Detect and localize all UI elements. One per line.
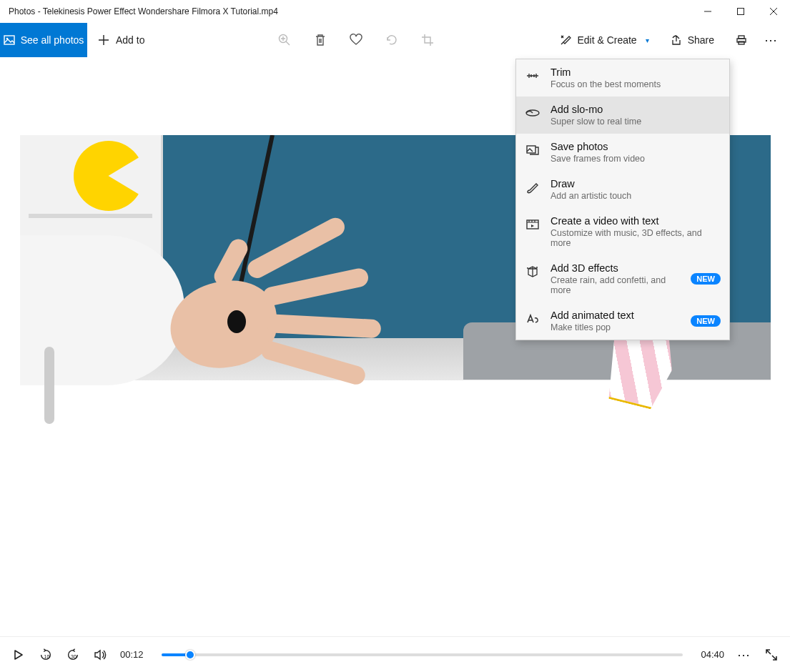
- menu-title: Save photos: [550, 141, 721, 152]
- edit-create-button[interactable]: Edit & Create ▾: [556, 34, 653, 46]
- playback-bar: 10 30 00:12 04:40 ⋯: [0, 636, 790, 672]
- decor-hand: [142, 239, 385, 389]
- video-text-icon: [525, 217, 540, 232]
- window-controls: [691, 0, 790, 23]
- toolbar-right: Edit & Create ▾ Share ⋯: [556, 32, 790, 48]
- close-button[interactable]: [757, 0, 790, 23]
- share-icon: [671, 34, 682, 46]
- time-current: 00:12: [120, 649, 149, 660]
- print-icon: [736, 34, 747, 46]
- menu-title: Add slo-mo: [550, 104, 721, 115]
- svg-point-11: [527, 267, 528, 269]
- svg-rect-8: [527, 146, 535, 153]
- menu-title: Draw: [550, 178, 721, 189]
- skip-forward-button[interactable]: 30: [66, 648, 80, 662]
- menu-title: Create a video with text: [550, 215, 721, 227]
- menu-item-slomo[interactable]: Add slo-mo Super slow to real time: [516, 97, 729, 134]
- toolbar-center-icons: [267, 33, 445, 47]
- see-all-label: See all photos: [21, 34, 84, 46]
- minimize-button[interactable]: [691, 0, 724, 23]
- menu-item-save-photos[interactable]: Save photos Save frames from video: [516, 134, 729, 171]
- menu-item-3d-effects[interactable]: Add 3D effects Create rain, add confetti…: [516, 255, 729, 302]
- plus-icon: [99, 35, 109, 45]
- zoom-icon[interactable]: [277, 33, 292, 47]
- skip-back-label: 10: [44, 654, 50, 659]
- animated-text-icon: [525, 311, 540, 327]
- play-button[interactable]: [11, 648, 26, 662]
- seek-thumb[interactable]: [185, 650, 195, 660]
- share-label: Share: [688, 34, 714, 46]
- rotate-icon[interactable]: [385, 33, 399, 47]
- save-photos-icon: [525, 142, 540, 158]
- delete-icon[interactable]: [313, 33, 327, 47]
- menu-sub: Make titles pop: [550, 322, 681, 332]
- edit-create-menu: Trim Focus on the best moments Add slo-m…: [515, 59, 730, 340]
- menu-title: Add animated text: [550, 310, 681, 321]
- menu-sub: Focus on the best moments: [550, 79, 721, 89]
- edit-create-label: Edit & Create: [577, 34, 636, 46]
- svg-rect-0: [738, 9, 744, 15]
- menu-sub: Customize with music, 3D effects, and mo…: [550, 228, 721, 248]
- skip-back-button[interactable]: 10: [39, 648, 53, 662]
- photo-icon: [4, 34, 15, 46]
- menu-item-draw[interactable]: Draw Add an artistic touch: [516, 171, 729, 208]
- brush-icon: [560, 34, 571, 46]
- decor-pacman: [74, 141, 144, 211]
- maximize-button[interactable]: [724, 0, 757, 23]
- share-button[interactable]: Share: [666, 34, 719, 46]
- add-to-label: Add to: [116, 34, 144, 46]
- favorite-icon[interactable]: [349, 33, 363, 47]
- menu-sub: Add an artistic touch: [550, 191, 721, 201]
- new-badge: NEW: [691, 315, 721, 327]
- menu-sub: Save frames from video: [550, 154, 721, 164]
- skip-fwd-label: 30: [71, 654, 76, 659]
- more-button[interactable]: ⋯: [764, 32, 779, 48]
- fullscreen-button[interactable]: [764, 648, 779, 662]
- svg-rect-1: [4, 36, 14, 44]
- add-to-button[interactable]: Add to: [87, 23, 156, 57]
- see-all-photos-button[interactable]: See all photos: [0, 23, 87, 57]
- titlebar: Photos - Telekinesis Power Effect Wonder…: [0, 0, 790, 23]
- menu-title: Add 3D effects: [550, 262, 681, 274]
- window-title: Photos - Telekinesis Power Effect Wonder…: [9, 6, 278, 16]
- svg-rect-6: [739, 41, 744, 44]
- seek-slider[interactable]: [162, 653, 683, 656]
- time-duration: 04:40: [696, 649, 724, 660]
- toolbar: See all photos Add to Edit & Create: [0, 23, 790, 57]
- menu-sub: Super slow to real time: [550, 117, 721, 127]
- volume-button[interactable]: [93, 648, 107, 662]
- crop-icon[interactable]: [420, 33, 435, 47]
- menu-item-video-text[interactable]: Create a video with text Customize with …: [516, 208, 729, 255]
- menu-item-trim[interactable]: Trim Focus on the best moments: [516, 59, 729, 97]
- slomo-icon: [525, 105, 540, 121]
- chevron-down-icon: ▾: [646, 36, 649, 44]
- effects-3d-icon: [525, 264, 540, 280]
- trim-icon: [525, 68, 540, 84]
- print-button[interactable]: [731, 34, 751, 46]
- draw-icon: [525, 179, 540, 195]
- new-badge: NEW: [691, 273, 721, 285]
- menu-item-animated-text[interactable]: Add animated text Make titles pop NEW: [516, 302, 729, 340]
- playback-more-button[interactable]: ⋯: [737, 647, 751, 663]
- menu-sub: Create rain, add confetti, and more: [550, 275, 681, 295]
- svg-point-10: [536, 267, 538, 268]
- menu-title: Trim: [550, 66, 721, 78]
